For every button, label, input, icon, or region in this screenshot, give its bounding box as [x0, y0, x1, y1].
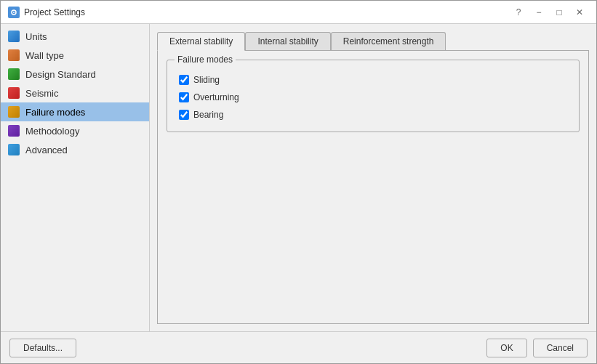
sidebar-label-methodology: Methodology	[25, 126, 79, 137]
title-bar: Project Settings ? − □ ✕	[1, 1, 596, 24]
design-standard-icon	[8, 68, 20, 80]
sliding-label: Sliding	[193, 75, 220, 85]
sidebar-item-design-standard[interactable]: Design Standard	[1, 65, 149, 84]
title-bar-controls: ? − □ ✕	[509, 5, 589, 20]
defaults-button[interactable]: Defaults...	[9, 339, 76, 357]
sidebar-label-failure-modes: Failure modes	[25, 107, 85, 118]
seismic-icon	[8, 87, 20, 99]
overturning-checkbox[interactable]	[179, 92, 189, 102]
units-icon	[8, 31, 20, 42]
sidebar-item-units[interactable]: Units	[1, 27, 149, 46]
help-button[interactable]: ?	[509, 5, 528, 20]
sliding-checkbox[interactable]	[179, 75, 189, 85]
title-bar-left: Project Settings	[8, 7, 85, 18]
methodology-icon	[8, 125, 20, 137]
sidebar-item-wall-type[interactable]: Wall type	[1, 46, 149, 65]
sliding-row: Sliding	[179, 75, 567, 85]
main-content: External stability Internal stability Re…	[150, 24, 596, 331]
tab-internal-stability[interactable]: Internal stability	[245, 32, 330, 51]
svg-point-1	[13, 12, 15, 13]
sidebar-label-units: Units	[25, 31, 47, 42]
footer-right: OK Cancel	[486, 339, 588, 357]
sidebar-label-advanced: Advanced	[25, 145, 68, 155]
bearing-label: Bearing	[193, 110, 223, 120]
failure-modes-group: Failure modes Sliding Overturning Bearin…	[167, 60, 580, 132]
close-button[interactable]: ✕	[570, 5, 589, 20]
sidebar-item-seismic[interactable]: Seismic	[1, 84, 149, 102]
cancel-button[interactable]: Cancel	[533, 339, 588, 357]
dialog-footer: Defaults... OK Cancel	[1, 331, 596, 363]
sidebar-label-design-standard: Design Standard	[25, 69, 96, 80]
sidebar-item-methodology[interactable]: Methodology	[1, 121, 149, 140]
dialog-title: Project Settings	[24, 7, 85, 17]
sidebar-item-failure-modes[interactable]: Failure modes	[1, 102, 149, 121]
bearing-checkbox[interactable]	[179, 110, 189, 120]
ok-button[interactable]: OK	[486, 339, 526, 357]
tab-external-stability[interactable]: External stability	[157, 32, 245, 51]
sidebar-label-seismic: Seismic	[25, 88, 59, 99]
wall-type-icon	[8, 49, 20, 61]
project-settings-dialog: Project Settings ? − □ ✕ Units Wall type…	[0, 0, 597, 364]
dialog-body: Units Wall type Design Standard Seismic …	[1, 24, 596, 331]
group-box-legend: Failure modes	[175, 54, 236, 65]
overturning-row: Overturning	[179, 92, 567, 102]
sidebar-label-wall-type: Wall type	[25, 50, 64, 61]
bearing-row: Bearing	[179, 110, 567, 120]
maximize-button[interactable]: □	[550, 5, 569, 20]
overturning-label: Overturning	[193, 92, 239, 102]
minimize-button[interactable]: −	[529, 5, 548, 20]
tabs: External stability Internal stability Re…	[157, 31, 589, 50]
advanced-icon	[8, 144, 20, 155]
tab-reinforcement-strength[interactable]: Reinforcement strength	[331, 32, 446, 51]
settings-icon	[8, 7, 20, 18]
sidebar: Units Wall type Design Standard Seismic …	[1, 24, 150, 331]
failure-modes-icon	[8, 106, 20, 118]
tab-content: Failure modes Sliding Overturning Bearin…	[157, 50, 589, 324]
sidebar-item-advanced[interactable]: Advanced	[1, 140, 149, 159]
